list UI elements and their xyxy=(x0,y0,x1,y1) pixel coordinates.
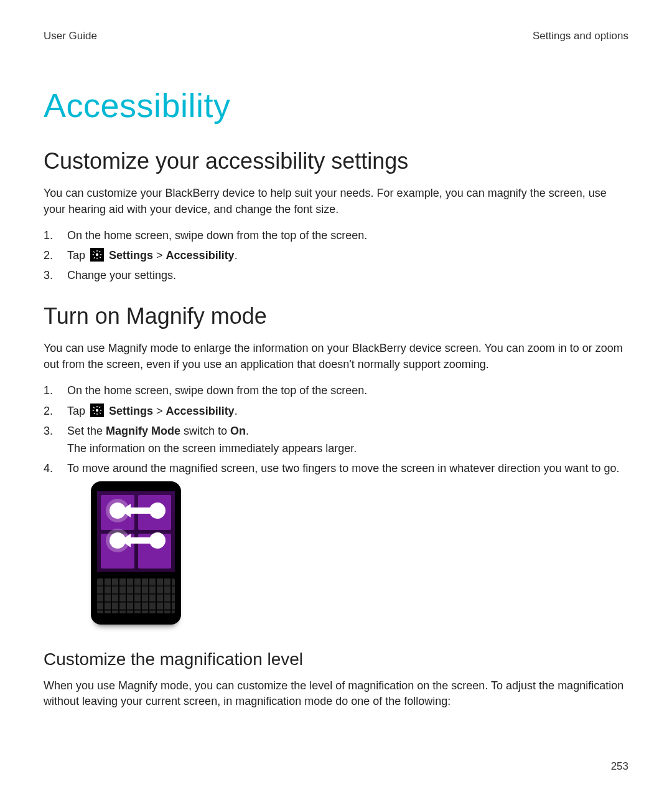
list-item: 1. On the home screen, swipe down from t… xyxy=(44,227,628,243)
svg-rect-8 xyxy=(93,257,95,259)
swipe-left-gesture-icon xyxy=(110,501,166,520)
list-item: 3. Change your settings. xyxy=(44,267,628,283)
phone-illustration xyxy=(91,481,181,625)
section-heading-turn-on-magnify: Turn on Magnify mode xyxy=(44,303,628,329)
svg-rect-3 xyxy=(93,255,95,255)
step-number: 3. xyxy=(44,267,61,283)
section1-intro: You can customize your BlackBerry device… xyxy=(44,186,628,217)
tap-prefix: Tap xyxy=(67,249,88,262)
step-text: On the home screen, swipe down from the … xyxy=(67,229,367,242)
svg-rect-15 xyxy=(100,412,101,413)
page-title: Accessibility xyxy=(44,86,628,125)
settings-label: Settings xyxy=(109,405,153,417)
phone-keyboard xyxy=(97,578,175,613)
step-number: 1. xyxy=(44,227,61,243)
step-number: 2. xyxy=(44,403,61,419)
step-subtext: The information on the screen immediatel… xyxy=(67,440,628,456)
svg-rect-6 xyxy=(100,257,101,258)
s3-mid: switch to xyxy=(180,425,230,437)
magnify-mode-label: Magnify Mode xyxy=(106,425,180,437)
page-header: User Guide Settings and options xyxy=(44,30,628,42)
list-item: 2. Tap xyxy=(44,247,628,263)
period: . xyxy=(235,405,238,417)
list-item: 4. To move around the magnified screen, … xyxy=(44,460,628,625)
page-number: 253 xyxy=(611,760,628,773)
list-item: 1. On the home screen, swipe down from t… xyxy=(44,382,628,399)
svg-rect-7 xyxy=(99,251,101,253)
svg-rect-13 xyxy=(100,410,102,410)
accessibility-label: Accessibility xyxy=(166,405,235,417)
section3-intro: When you use Magnify mode, you can custo… xyxy=(44,678,628,710)
tap-prefix: Tap xyxy=(67,405,88,417)
step-text-inline: Set the Magnify Mode switch to On. xyxy=(67,425,249,437)
s3-pre: Set the xyxy=(67,425,106,437)
step-number: 4. xyxy=(44,460,61,476)
step-text: On the home screen, swipe down from the … xyxy=(67,384,367,397)
swipe-left-gesture-icon xyxy=(110,531,166,550)
step-number: 3. xyxy=(44,423,61,439)
tap-settings-accessibility: Tap xyxy=(67,405,238,417)
list-item: 3. Set the Magnify Mode switch to On. Th… xyxy=(44,423,628,456)
gear-icon xyxy=(90,248,104,262)
gear-icon xyxy=(90,404,104,417)
svg-rect-14 xyxy=(93,407,95,408)
settings-label: Settings xyxy=(109,249,153,262)
section-heading-customize-accessibility: Customize your accessibility settings xyxy=(44,148,628,174)
on-label: On xyxy=(230,425,246,437)
section1-steps: 1. On the home screen, swipe down from t… xyxy=(44,227,628,283)
svg-rect-12 xyxy=(93,410,95,410)
svg-rect-5 xyxy=(93,251,95,253)
magnify-gesture-figure xyxy=(91,481,628,625)
step-number: 1. xyxy=(44,382,61,399)
svg-point-9 xyxy=(96,408,98,411)
section2-intro: You can use Magnify mode to enlarge the … xyxy=(44,341,628,372)
section2-steps: 1. On the home screen, swipe down from t… xyxy=(44,382,628,624)
step-text: Change your settings. xyxy=(67,269,176,281)
tap-settings-accessibility: Tap xyxy=(67,249,238,262)
accessibility-label: Accessibility xyxy=(166,249,235,262)
list-item: 2. Tap xyxy=(44,403,628,419)
period: . xyxy=(246,425,249,437)
gt-separator: > xyxy=(153,249,166,262)
svg-rect-10 xyxy=(96,405,97,407)
svg-rect-1 xyxy=(96,250,97,252)
svg-rect-4 xyxy=(100,255,102,255)
header-left: User Guide xyxy=(44,30,97,42)
svg-rect-16 xyxy=(99,406,101,408)
svg-point-0 xyxy=(96,253,98,256)
gt-separator: > xyxy=(153,405,166,417)
document-page: User Guide Settings and options Accessib… xyxy=(0,0,672,710)
svg-rect-11 xyxy=(96,413,97,415)
step-number: 2. xyxy=(44,247,61,263)
svg-rect-17 xyxy=(93,412,95,414)
header-right: Settings and options xyxy=(533,30,628,42)
subsection-heading-customize-magnification: Customize the magnification level xyxy=(44,649,628,669)
svg-rect-2 xyxy=(96,258,97,260)
step-text: To move around the magnified screen, use… xyxy=(67,462,619,474)
period: . xyxy=(235,249,238,262)
